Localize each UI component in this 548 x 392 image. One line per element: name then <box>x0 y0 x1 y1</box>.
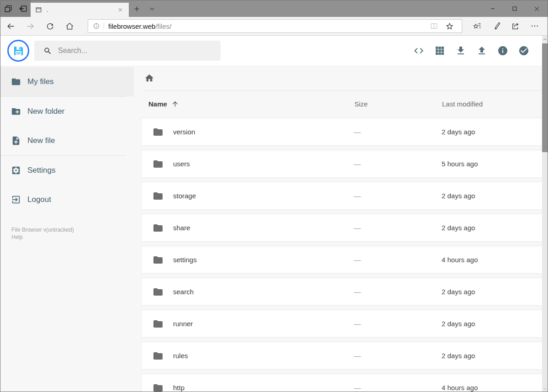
file-name: http <box>173 384 354 392</box>
file-name: version <box>173 128 354 136</box>
toolbar-actions <box>408 40 534 61</box>
file-size: — <box>354 384 442 392</box>
sidebar-item-logout[interactable]: Logout <box>0 185 134 214</box>
file-name: storage <box>173 192 354 200</box>
settings-gear-icon <box>11 165 21 175</box>
address-bar[interactable]: filebrowser.web/files/ <box>88 19 462 33</box>
create-new-folder-icon <box>11 106 21 117</box>
file-size: — <box>354 160 442 168</box>
info-button[interactable] <box>492 40 513 61</box>
file-row-version[interactable]: version — 2 days ago <box>141 118 548 146</box>
folder-icon <box>153 191 163 201</box>
favorites-hub-button[interactable] <box>468 17 487 35</box>
code-view-button[interactable] <box>408 40 429 61</box>
rows-container: version — 2 days ago users — 5 hours ago… <box>141 118 548 392</box>
list-header: Name Size Last modified <box>141 91 548 118</box>
folder-icon <box>153 222 163 233</box>
column-header-size[interactable]: Size <box>354 100 442 108</box>
annotate-pen-button[interactable] <box>487 17 506 35</box>
url-host: filebrowser.web <box>108 22 155 30</box>
set-aside-tabs-button[interactable] <box>0 0 16 17</box>
site-info-icon[interactable] <box>93 22 100 30</box>
tab-close-icon[interactable] <box>116 6 124 14</box>
browser-actions-group <box>468 17 544 35</box>
back-button[interactable] <box>1 17 21 35</box>
reading-view-icon[interactable] <box>426 22 442 31</box>
file-name: search <box>173 288 354 296</box>
file-row-rules[interactable]: rules — 2 days ago <box>141 342 548 370</box>
page-content: Search... <box>0 36 548 392</box>
close-button[interactable] <box>526 0 548 17</box>
refresh-button[interactable] <box>40 17 60 35</box>
more-menu-button[interactable] <box>525 17 544 35</box>
file-size: — <box>354 128 442 136</box>
file-name: rules <box>173 352 354 360</box>
home-button[interactable] <box>60 17 79 35</box>
sidebar-footer: File Browser v(untracked) Help <box>0 226 134 241</box>
file-browser-logo[interactable] <box>7 40 29 62</box>
file-modified: 5 hours ago <box>442 160 536 168</box>
column-header-name[interactable]: Name <box>148 100 354 108</box>
select-multiple-button[interactable] <box>513 40 534 61</box>
sidebar-item-settings[interactable]: Settings <box>0 156 134 185</box>
file-modified: 2 days ago <box>442 192 536 200</box>
maximize-button[interactable] <box>504 0 526 17</box>
sidebar-item-my-files[interactable]: My files <box>0 67 134 96</box>
file-row-http[interactable]: http — 4 hours ago <box>141 374 548 392</box>
column-header-modified[interactable]: Last modified <box>442 100 537 108</box>
file-name: runner <box>173 320 354 328</box>
file-listing: Name Size Last modified version — 2 days… <box>134 66 548 392</box>
new-tab-button[interactable] <box>129 0 144 17</box>
file-row-storage[interactable]: storage — 2 days ago <box>141 182 548 210</box>
add-favorite-star-icon[interactable] <box>442 22 457 31</box>
breadcrumb-home-icon[interactable] <box>144 73 154 83</box>
restore-tabs-button[interactable] <box>16 0 31 17</box>
file-size: — <box>354 352 442 360</box>
file-modified: 2 days ago <box>442 224 536 232</box>
folder-icon <box>153 159 163 170</box>
tab-actions-group <box>0 0 31 17</box>
browser-tab[interactable]: . <box>31 3 129 17</box>
file-row-share[interactable]: share — 2 days ago <box>141 214 548 242</box>
folder-icon <box>153 127 163 138</box>
scrollbar-down-arrow[interactable] <box>542 387 548 390</box>
scrollbar-up-arrow[interactable] <box>542 36 548 43</box>
page-scrollbar[interactable] <box>542 36 548 392</box>
file-size: — <box>354 288 442 296</box>
sidebar: My files New folder New file <box>0 66 134 392</box>
app-header: Search... <box>0 36 548 66</box>
forward-button[interactable] <box>21 17 40 35</box>
app-version: File Browser v(untracked) <box>11 226 134 233</box>
download-button[interactable] <box>450 40 471 61</box>
file-modified: 2 days ago <box>442 352 536 360</box>
minimize-button[interactable] <box>482 0 504 17</box>
scrollbar-thumb[interactable] <box>542 43 548 152</box>
file-modified: 2 days ago <box>442 128 536 136</box>
file-modified: 2 days ago <box>442 320 536 328</box>
address-separator <box>104 22 104 30</box>
breadcrumb <box>141 74 548 83</box>
file-row-search[interactable]: search — 2 days ago <box>141 278 548 306</box>
folder-icon <box>11 77 21 87</box>
tab-title: . <box>47 7 116 13</box>
file-modified: 2 days ago <box>442 288 536 296</box>
file-row-settings[interactable]: settings — 4 hours ago <box>141 246 548 274</box>
tab-preview-chevron[interactable] <box>144 0 160 17</box>
sidebar-item-new-file[interactable]: New file <box>0 126 134 155</box>
file-row-runner[interactable]: runner — 2 days ago <box>141 310 548 338</box>
help-link[interactable]: Help <box>11 233 134 241</box>
restore-tabs-icon <box>19 4 28 13</box>
file-modified: 4 hours ago <box>442 384 536 392</box>
url-path: /files/ <box>155 22 171 30</box>
window-controls <box>482 0 548 17</box>
grid-view-button[interactable] <box>429 40 450 61</box>
folder-icon <box>153 350 163 361</box>
sidebar-item-label: New file <box>27 136 55 145</box>
search-icon <box>43 47 52 55</box>
sidebar-item-new-folder[interactable]: New folder <box>0 97 134 126</box>
file-name: users <box>173 160 354 168</box>
upload-button[interactable] <box>471 40 492 61</box>
share-button[interactable] <box>506 17 525 35</box>
file-row-users[interactable]: users — 5 hours ago <box>141 150 548 178</box>
search-input[interactable]: Search... <box>34 41 221 61</box>
